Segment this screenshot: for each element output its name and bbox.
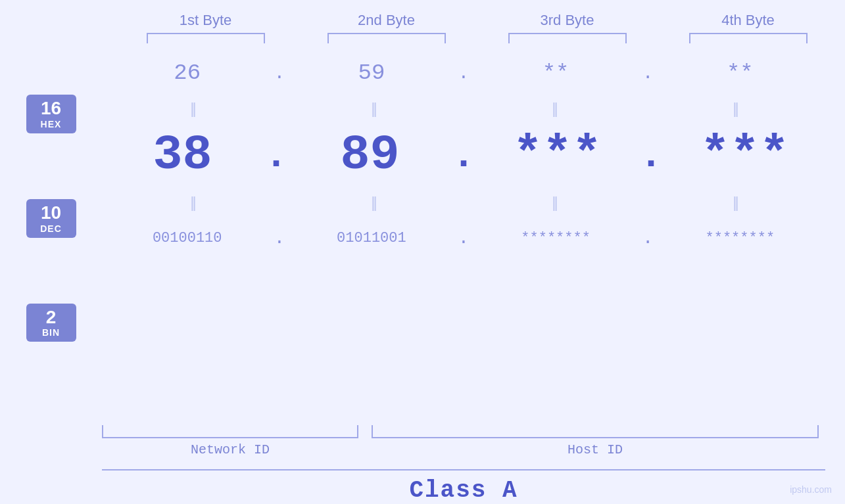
badge-dec-label: DEC [29, 223, 74, 234]
bracket-gap [358, 425, 372, 438]
data-columns: 26 . 59 . ** . ** || || || || [102, 50, 845, 423]
badge-bin: 2 BIN [26, 304, 76, 342]
badge-dec: 10 DEC [26, 199, 76, 238]
page-container: 1st Byte 2nd Byte 3rd Byte 4th Byte 16 H… [0, 0, 845, 504]
byte-label-1: 1st Byte [115, 12, 296, 29]
eq-row-2: || || || || [102, 190, 825, 215]
badge-hex-label: HEX [29, 119, 74, 129]
dec-val-4: *** [700, 127, 789, 183]
dec-sep-1: . [264, 133, 288, 178]
dec-val-3: *** [513, 127, 602, 183]
bracket-top-1 [115, 33, 296, 43]
hex-val-1: 26 [174, 60, 201, 85]
bracket-tops [115, 33, 838, 43]
eq-2-4: || [644, 193, 825, 212]
byte-label-2: 2nd Byte [296, 12, 477, 29]
hex-val-4: ** [727, 60, 754, 85]
badge-column: 16 HEX 10 DEC 2 BIN [0, 50, 102, 423]
bin-val-2: 01011001 [337, 230, 406, 246]
eq-1-2: || [283, 99, 464, 118]
hex-cell-1: 26 [102, 60, 272, 85]
watermark: ipshu.com [790, 484, 832, 495]
bin-sep-2: . [458, 228, 470, 248]
bin-val-4: ******** [705, 230, 775, 246]
hex-val-2: 59 [358, 60, 385, 85]
bin-cell-2: 01011001 [286, 230, 456, 246]
eq-2-2: || [283, 193, 464, 212]
hex-sep-1: . [274, 63, 285, 83]
bin-sep-3: . [642, 228, 654, 248]
hex-cell-4: ** [655, 60, 825, 85]
bracket-host [372, 425, 819, 438]
eq-1-4: || [644, 99, 825, 118]
eq-2-1: || [102, 193, 283, 212]
bracket-network [102, 425, 358, 438]
byte-label-4: 4th Byte [658, 12, 838, 29]
bin-val-3: ******** [521, 230, 591, 246]
hex-cell-3: ** [470, 60, 640, 85]
bin-cell-4: ******** [655, 230, 825, 246]
badge-bin-num: 2 [29, 308, 74, 328]
bin-sep-1: . [274, 228, 285, 248]
bottom-bracket-bars [102, 425, 825, 438]
dec-val-1: 38 [153, 127, 212, 183]
dec-cell-3: *** [477, 127, 638, 183]
hex-cell-2: 59 [286, 60, 456, 85]
dec-row: 38 . 89 . *** . *** [102, 121, 825, 190]
bracket-top-2 [296, 33, 477, 43]
byte-label-3: 3rd Byte [477, 12, 658, 29]
bin-row: 00100110 . 01011001 . ******** . *******… [102, 215, 825, 261]
dec-cell-4: *** [664, 127, 825, 183]
bin-val-1: 00100110 [153, 230, 222, 246]
bracket-top-4 [658, 33, 838, 43]
eq-1-1: || [102, 99, 283, 118]
bottom-bracket-area: Network ID Host ID [102, 425, 825, 457]
bin-cell-3: ******** [470, 230, 640, 246]
class-area: Class A [102, 469, 825, 504]
badge-hex-num: 16 [29, 99, 74, 119]
eq-row-1: || || || || [102, 96, 825, 121]
dec-cell-2: 89 [289, 127, 450, 183]
bracket-bar-3 [508, 33, 627, 43]
labels-gap [358, 442, 372, 457]
bracket-bar-2 [327, 33, 446, 43]
bin-cell-1: 00100110 [102, 230, 272, 246]
hex-sep-3: . [642, 63, 654, 83]
network-id-label: Network ID [102, 442, 358, 457]
class-label: Class A [102, 477, 825, 504]
bracket-top-3 [477, 33, 658, 43]
bracket-bar-4 [689, 33, 808, 43]
dec-cell-1: 38 [102, 127, 263, 183]
eq-1-3: || [464, 99, 644, 118]
byte-headers-row: 1st Byte 2nd Byte 3rd Byte 4th Byte [115, 12, 838, 29]
dec-val-2: 89 [340, 127, 399, 183]
hex-row: 26 . 59 . ** . ** [102, 50, 825, 96]
bracket-bar-1 [147, 33, 265, 43]
class-top-line [102, 469, 825, 470]
dec-sep-3: . [639, 133, 663, 178]
eq-2-3: || [464, 193, 644, 212]
host-id-label: Host ID [372, 442, 819, 457]
hex-sep-2: . [458, 63, 470, 83]
content-area: 16 HEX 10 DEC 2 BIN 26 . [0, 50, 845, 423]
badge-bin-label: BIN [29, 327, 74, 338]
bottom-labels-row: Network ID Host ID [102, 442, 825, 457]
hex-val-3: ** [543, 60, 569, 85]
badge-dec-num: 10 [29, 203, 74, 223]
badge-hex: 16 HEX [26, 95, 76, 133]
dec-sep-2: . [452, 133, 475, 178]
